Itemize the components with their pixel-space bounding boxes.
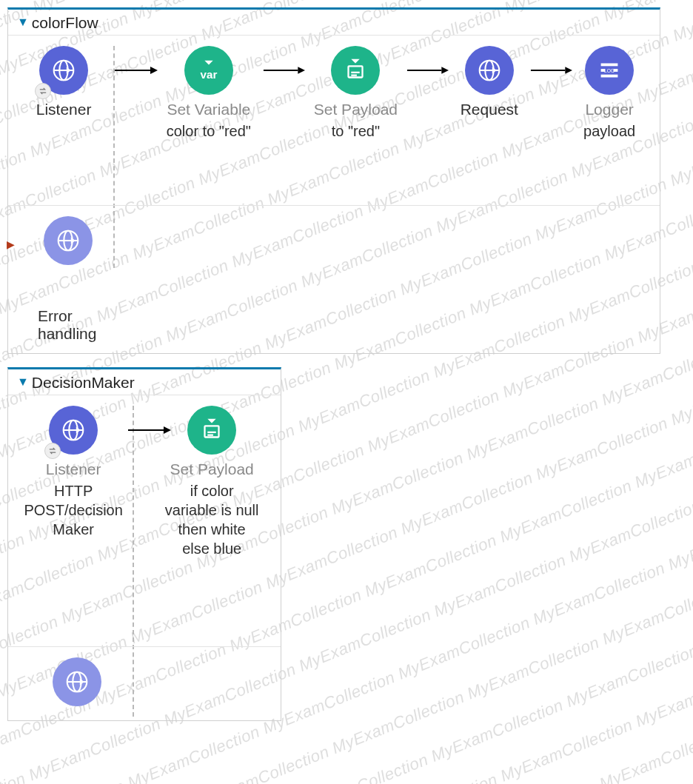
flow-title-colorflow[interactable]: ▼ colorFlow — [8, 10, 660, 35]
caret-down-icon: ▼ — [17, 16, 29, 29]
label-error-handling: Error handling — [38, 307, 119, 343]
svg-marker-44 — [80, 678, 84, 686]
svg-marker-6 — [204, 61, 212, 65]
arrow-icon — [406, 46, 449, 95]
label-listener: Listener — [36, 101, 92, 118]
flow-title-text: DecisionMaker — [32, 374, 135, 392]
sublabel-set-payload-2: if color variable is null then white els… — [164, 481, 260, 558]
svg-marker-9 — [298, 67, 306, 74]
label-set-payload: Set Payload — [314, 101, 398, 118]
sublabel-listener-2: HTTP POST/decisionMaker — [21, 481, 125, 539]
caret-right-icon[interactable]: ▶ — [7, 238, 15, 250]
sublabel-set-payload: to "red" — [332, 121, 380, 141]
node-listener[interactable]: Listener — [21, 46, 106, 118]
http-error-icon — [53, 657, 101, 706]
svg-text:LOG: LOG — [604, 68, 615, 73]
svg-rect-24 — [601, 75, 618, 78]
logger-icon: LOG — [585, 46, 634, 95]
svg-marker-3 — [67, 67, 71, 74]
exchange-icon — [44, 443, 61, 459]
set-payload-icon — [187, 406, 236, 455]
node-error-handler[interactable] — [21, 216, 115, 265]
flow-decisionmaker: ▼ DecisionMaker — [7, 367, 281, 721]
node-request[interactable]: Request — [449, 46, 529, 118]
exchange-icon — [35, 83, 51, 99]
sublabel-set-variable: color to "red" — [164, 121, 253, 141]
arrow-icon — [262, 46, 305, 95]
flow-title-decisionmaker[interactable]: ▼ DecisionMaker — [8, 369, 281, 395]
svg-marker-13 — [352, 59, 360, 64]
label-set-variable: Set Variable — [167, 101, 250, 118]
label-set-payload-2: Set Payload — [170, 460, 254, 478]
node-set-variable[interactable]: var Set Variable color to "red" — [155, 46, 262, 141]
arrow-icon — [113, 46, 158, 95]
flow-colorflow: ▼ colorFlow — [7, 7, 660, 354]
set-variable-icon: var — [184, 46, 233, 95]
svg-marker-15 — [442, 67, 449, 74]
arrow-icon — [529, 46, 572, 95]
label-request: Request — [461, 101, 518, 118]
http-request-icon — [465, 46, 514, 95]
svg-marker-30 — [71, 237, 76, 244]
flow-title-text: colorFlow — [32, 14, 98, 32]
http-listener-icon — [49, 406, 98, 455]
node-error-handler-2[interactable] — [21, 657, 133, 706]
http-listener-icon — [39, 46, 88, 95]
node-set-payload[interactable]: Set Payload to "red" — [305, 46, 406, 141]
svg-marker-40 — [207, 419, 215, 423]
label-listener-2: Listener — [46, 460, 101, 478]
svg-rect-22 — [601, 64, 618, 67]
svg-text:var: var — [200, 68, 217, 81]
node-logger[interactable]: LOG Logger payload — [572, 46, 646, 141]
set-payload-icon — [331, 46, 380, 95]
node-listener-2[interactable]: Listener HTTP POST/decisionMaker — [21, 406, 125, 539]
node-set-payload-2[interactable]: Set Payload if color variable is null th… — [156, 406, 267, 558]
caret-down-icon: ▼ — [17, 375, 29, 389]
svg-marker-21 — [566, 67, 573, 74]
svg-marker-19 — [492, 67, 497, 74]
sublabel-logger: payload — [583, 121, 635, 141]
http-error-icon — [44, 216, 93, 265]
label-logger: Logger — [585, 101, 633, 118]
svg-marker-34 — [76, 426, 81, 434]
